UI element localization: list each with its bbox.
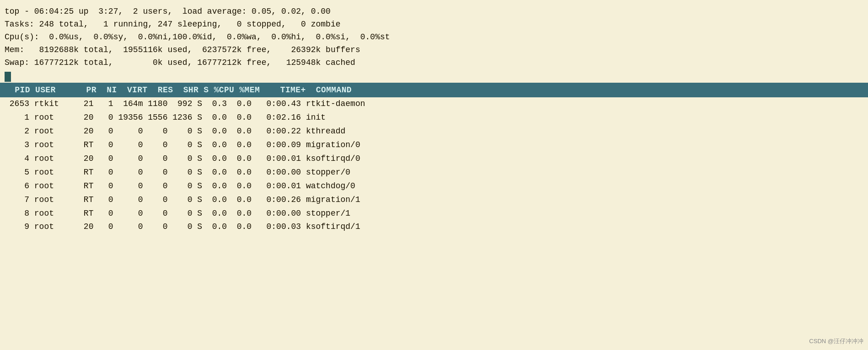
table-row: 6 root RT 0 0 0 0 S 0.0 0.0 0:00.01 watc… [5,180,863,193]
system-info-line-2: Tasks: 248 total, 1 running, 247 sleepin… [5,18,863,31]
table-row: 8 root RT 0 0 0 0 S 0.0 0.0 0:00.00 stop… [5,207,863,221]
system-info-line-3: Cpu(s): 0.0%us, 0.0%sy, 0.0%ni,100.0%id,… [5,31,863,44]
system-info-line-1: top - 06:04:25 up 3:27, 2 users, load av… [5,5,863,18]
table-row: 2 root 20 0 0 0 0 S 0.0 0.0 0:00.22 kthr… [5,125,863,138]
table-row: 2653 rtkit 21 1 164m 1180 992 S 0.3 0.0 … [5,97,863,111]
table-header: PID USER PR NI VIRT RES SHR S %CPU %MEM … [0,83,868,97]
table-row: 3 root RT 0 0 0 0 S 0.0 0.0 0:00.09 migr… [5,138,863,152]
table-row: 1 root 20 0 19356 1556 1236 S 0.0 0.0 0:… [5,111,863,125]
table-row: 7 root RT 0 0 0 0 S 0.0 0.0 0:00.26 migr… [5,193,863,207]
table-body: 2653 rtkit 21 1 164m 1180 992 S 0.3 0.0 … [0,97,868,234]
terminal-container: top - 06:04:25 up 3:27, 2 users, load av… [0,0,868,234]
system-info-block: top - 06:04:25 up 3:27, 2 users, load av… [0,4,868,71]
table-row: 4 root 20 0 0 0 0 S 0.0 0.0 0:00.01 ksof… [5,152,863,166]
system-info-line-5: Swap: 16777212k total, 0k used, 16777212… [5,57,863,69]
system-info-line-4: Mem: 8192688k total, 1955116k used, 6237… [5,44,863,57]
table-row: 9 root 20 0 0 0 0 S 0.0 0.0 0:00.03 ksof… [5,220,863,234]
cursor-line [0,71,868,83]
watermark-label: CSDN @汪仔冲冲冲 [809,337,863,345]
cursor-block [5,72,11,82]
table-row: 5 root RT 0 0 0 0 S 0.0 0.0 0:00.00 stop… [5,166,863,180]
